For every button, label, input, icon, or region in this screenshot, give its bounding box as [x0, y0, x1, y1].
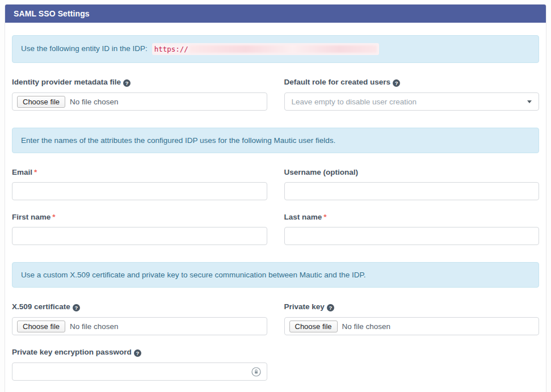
first-name-label: First name* [12, 213, 267, 221]
first-name-input[interactable] [12, 227, 267, 245]
question-circle-icon[interactable]: ? [327, 304, 334, 311]
private-key-label: Private key? [284, 302, 540, 311]
first-name-group: First name* [12, 213, 267, 245]
entity-id-alert: Use the following entity ID in the IDP: … [12, 35, 539, 63]
empty-column [284, 348, 540, 381]
default-role-label: Default role for created users? [284, 78, 540, 87]
certificate-alert: Use a custom X.509 certificate and priva… [12, 262, 539, 288]
form-row-names: First name* Last name* [12, 213, 539, 245]
file-status-text: No file chosen [70, 98, 119, 106]
password-visibility-toggle[interactable] [249, 367, 267, 377]
email-group: Email* [12, 168, 267, 200]
page-title: SAML SSO Settings [5, 5, 546, 23]
email-input[interactable] [12, 182, 267, 200]
chevron-down-icon [527, 100, 532, 103]
form-row-email-username: Email* Username (optional) [12, 168, 539, 200]
private-key-file-input[interactable]: Choose file No file chosen [284, 317, 540, 335]
file-status-text: No file chosen [70, 322, 119, 331]
choose-file-button[interactable]: Choose file [289, 321, 338, 332]
question-circle-icon[interactable]: ? [393, 79, 400, 87]
idp-metadata-group: Identity provider metadata file? Choose … [12, 78, 267, 111]
last-name-group: Last name* [284, 213, 540, 245]
x509-cert-file-input[interactable]: Choose file No file chosen [12, 317, 267, 335]
username-label: Username (optional) [284, 168, 540, 176]
form-row-cert-key: X.509 certificate? Choose file No file c… [12, 302, 539, 335]
question-circle-icon[interactable]: ? [134, 349, 141, 357]
required-asterisk: * [323, 213, 326, 221]
default-role-group: Default role for created users? Leave em… [284, 78, 540, 111]
username-input[interactable] [284, 182, 540, 200]
entity-id-scheme: https:// [154, 44, 188, 54]
panel-body: Use the following entity ID in the IDP: … [5, 23, 546, 392]
private-key-password-group: Private key encryption password? [12, 348, 267, 381]
private-key-password-input[interactable] [12, 363, 249, 380]
entity-id-code: https:// [152, 43, 379, 55]
entity-id-redacted [190, 45, 377, 53]
saml-sso-settings-panel: SAML SSO Settings Use the following enti… [5, 4, 546, 392]
attributes-alert: Enter the names of the attributes the co… [12, 128, 539, 153]
idp-metadata-label: Identity provider metadata file? [12, 78, 267, 87]
choose-file-button[interactable]: Choose file [17, 321, 65, 332]
select-placeholder: Leave empty to disable user creation [292, 98, 417, 106]
attributes-alert-text: Enter the names of the attributes the co… [21, 136, 335, 145]
question-circle-icon[interactable]: ? [73, 304, 80, 311]
x509-cert-label: X.509 certificate? [12, 302, 267, 311]
email-label: Email* [12, 168, 267, 176]
entity-id-alert-text: Use the following entity ID in the IDP: [21, 44, 148, 53]
certificate-alert-text: Use a custom X.509 certificate and priva… [21, 271, 366, 279]
file-status-text: No file chosen [342, 322, 391, 331]
idp-metadata-file-input[interactable]: Choose file No file chosen [12, 92, 267, 111]
private-key-group: Private key? Choose file No file chosen [284, 302, 540, 335]
form-row-password: Private key encryption password? [12, 348, 539, 381]
form-row-metadata-role: Identity provider metadata file? Choose … [12, 78, 539, 111]
lock-circle-icon [251, 367, 261, 377]
x509-cert-group: X.509 certificate? Choose file No file c… [12, 302, 267, 335]
private-key-password-label: Private key encryption password? [12, 348, 267, 357]
question-circle-icon[interactable]: ? [123, 79, 131, 87]
private-key-password-input-wrap [12, 363, 267, 381]
last-name-input[interactable] [284, 227, 540, 245]
required-asterisk: * [52, 213, 55, 221]
choose-file-button[interactable]: Choose file [17, 96, 65, 108]
username-group: Username (optional) [284, 168, 540, 200]
default-role-select[interactable]: Leave empty to disable user creation [284, 92, 540, 111]
last-name-label: Last name* [284, 213, 540, 221]
required-asterisk: * [34, 168, 37, 176]
